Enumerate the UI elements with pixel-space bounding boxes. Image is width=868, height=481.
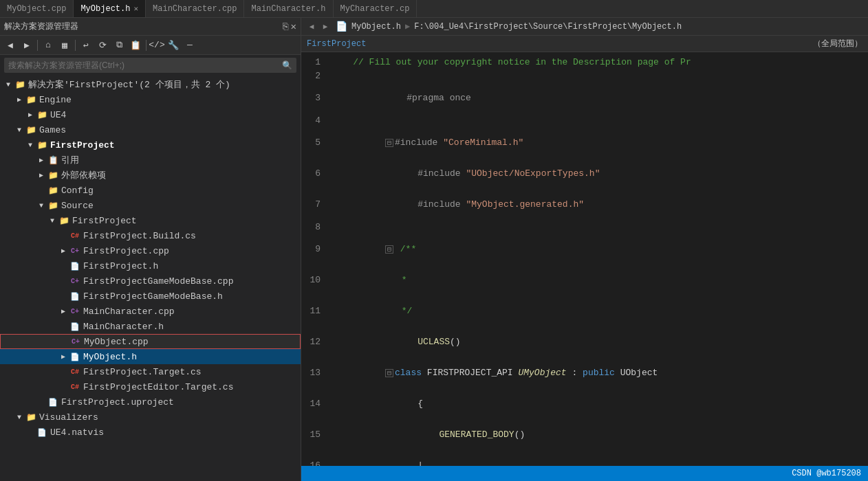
tree-item-firstproject[interactable]: ▼ 📁 FirstProject [0,137,301,153]
ue4-folder-icon: 📁 [36,109,48,121]
natvis-label: UE4.natvis [50,427,104,438]
sidebar-title: 解决方案资源管理器 [4,21,78,32]
line-content-15: GENERATED_BODY() [332,419,525,450]
tree-item-target-cs[interactable]: ▶ C# FirstProject.Target.cs [0,364,301,379]
tree-item-myobject-h[interactable]: ▶ 📄 MyObject.h [0,349,301,364]
line-num-13: 13 [304,368,332,378]
yinyong-label: 引用 [61,154,79,166]
line-content-9: ⊟ /** [332,234,416,265]
arrow-engine: ▶ [14,94,25,105]
fp-cpp-label: FirstProject.cpp [83,246,169,256]
myobject-cpp-label: MyObject.cpp [84,337,149,347]
settings-button[interactable]: 🔧 [166,38,181,53]
editor-file-path: F:\004_Ue4\FirstProject\Source\FirstProj… [414,22,682,32]
arrow-firstproject: ▼ [25,139,36,150]
gamemode-cpp-icon: C+ [69,275,81,287]
tree-item-mainchar-h[interactable]: ▶ 📄 MainCharacter.h [0,319,301,334]
tree-item-fp-cpp[interactable]: ▶ C+ FirstProject.cpp [0,243,301,258]
line-num-8: 8 [304,222,332,232]
mainchar-cpp-label: MainCharacter.cpp [83,306,175,317]
tab-maincharacter-h[interactable]: MainCharacter.h [244,0,333,17]
tree-item-waibuyilai[interactable]: ▶ 📁 外部依赖项 [0,168,301,183]
close-sidebar-icon[interactable]: ✕ [291,21,296,32]
tree-item-solution[interactable]: ▼ 📁 解决方案'FirstProject'(2 个项目，共 2 个) [0,77,301,92]
status-bar: CSDN @wb175208 [301,466,868,481]
tree-item-uproject[interactable]: ▶ 📄 FirstProject.uproject [0,394,301,410]
tree-item-mainchar-cpp[interactable]: ▶ C+ MainCharacter.cpp [0,304,301,319]
home-button[interactable]: ⌂ [41,38,56,53]
tree-item-source-fp[interactable]: ▼ 📁 FirstProject [0,213,301,228]
line-content-16: | [332,450,423,466]
code-line-4: 4 [301,113,868,127]
grid-button[interactable]: ▦ [57,38,72,53]
tab-mycharacter-cpp[interactable]: MyCharacter.cp [334,0,417,17]
code-editor[interactable]: 1 // Fill out your copyright notice in t… [301,52,868,466]
arrow-waibuyilai: ▶ [36,170,47,181]
forward-button[interactable]: ▶ [19,38,34,53]
editor-target-cs-label: FirstProjectEditor.Target.cs [83,382,233,392]
pin-icon[interactable]: ⎘ [283,21,288,32]
tree-item-visualizers[interactable]: ▼ 📁 Visualizers [0,410,301,425]
arrow-games: ▼ [14,124,25,135]
tab-myobject-h[interactable]: MyObject.h ✕ [74,0,146,17]
code-line-12: 12 UCLASS() [301,326,868,357]
tab-maincharacter-cpp[interactable]: MainCharacter.cpp [146,0,244,17]
myobject-h-icon: 📄 [69,350,81,363]
code-line-6: 6 #include "UObject/NoExportTypes.h" [301,158,868,189]
code-line-16: 16 | [301,450,868,466]
tree-item-engine[interactable]: ▶ 📁 Engine [0,92,301,107]
nav-arrow-right[interactable]: ▶ [319,21,332,33]
toolbar-row: ◀ ▶ ⌂ ▦ ↩ ⟳ ⧉ 📋 </> 🔧 — [0,36,301,55]
line-num-2: 2 [304,71,332,81]
tree-item-editor-target-cs[interactable]: ▶ C# FirstProjectEditor.Target.cs [0,379,301,394]
arrow-source-fp: ▼ [47,215,58,226]
nav-arrow-left[interactable]: ◀ [305,21,318,33]
gamemode-h-label: FirstProjectGameModeBase.h [83,291,223,302]
visualizers-label: Visualizers [39,412,98,423]
tab-label-myobject-h: MyObject.h [80,4,130,14]
natvis-icon: 📄 [36,426,48,438]
engine-label: Engine [39,95,72,105]
back-button[interactable]: ◀ [3,38,18,53]
tree-item-build-cs[interactable]: ▶ C# FirstProject.Build.cs [0,228,301,243]
line-content-7: #include "MyObject.generated.h" [332,189,584,220]
minus-button[interactable]: — [182,38,197,53]
file-tree: ▼ 📁 解决方案'FirstProject'(2 个项目，共 2 个) ▶ 📁 … [0,76,301,481]
code-line-13: 13 ⊟class FIRSTPROJECT_API UMyObject : p… [301,357,868,388]
tab-myobject-cpp[interactable]: MyObject.cpp [0,0,74,17]
fp-h-label: FirstProject.h [83,261,158,271]
toolbar-separator-2 [75,40,76,51]
copy-button[interactable]: ⧉ [111,38,127,53]
main-layout: 解决方案资源管理器 ⎘ ✕ ◀ ▶ ⌂ ▦ ↩ ⟳ ⧉ 📋 </> 🔧 — [0,18,868,481]
tree-item-natvis[interactable]: ▶ 📄 UE4.natvis [0,425,301,440]
status-text: CSDN @wb175208 [792,469,861,478]
tree-item-games[interactable]: ▼ 📁 Games [0,122,301,137]
tree-item-gamemode-h[interactable]: ▶ 📄 FirstProjectGameModeBase.h [0,289,301,304]
fold-icon-5[interactable]: ⊟ [385,139,393,147]
tree-item-yinyong[interactable]: ▶ 📋 引用 [0,153,301,168]
line-num-3: 3 [304,93,332,103]
refresh-button[interactable]: ⟳ [95,38,110,53]
undo-button[interactable]: ↩ [78,38,94,53]
tree-item-source[interactable]: ▼ 📁 Source [0,198,301,213]
tree-item-gamemode-cpp[interactable]: ▶ C+ FirstProjectGameModeBase.cpp [0,273,301,289]
code-button[interactable]: </> [149,38,164,53]
fold-icon-9[interactable]: ⊟ [385,245,393,254]
waibuyilai-label: 外部依赖项 [61,169,106,181]
search-input[interactable] [8,60,282,70]
line-num-11: 11 [304,306,332,316]
gamemode-h-icon: 📄 [69,290,81,302]
tree-item-ue4[interactable]: ▶ 📁 UE4 [0,107,301,122]
tab-bar: MyObject.cpp MyObject.h ✕ MainCharacter.… [0,0,868,18]
tree-item-config[interactable]: ▶ 📁 Config [0,183,301,198]
tree-item-fp-h[interactable]: ▶ 📄 FirstProject.h [0,258,301,273]
close-icon[interactable]: ✕ [133,4,138,13]
breadcrumb-project[interactable]: FirstProject [307,39,366,49]
fold-icon-13[interactable]: ⊟ [385,369,393,377]
paste-button[interactable]: 📋 [128,38,143,53]
tree-item-myobject-cpp[interactable]: ▶ C+ MyObject.cpp [0,334,301,349]
games-folder-icon: 📁 [25,124,37,136]
visualizers-icon: 📁 [25,411,37,423]
yinyong-icon: 📋 [47,154,59,166]
target-cs-label: FirstProject.Target.cs [83,367,202,377]
